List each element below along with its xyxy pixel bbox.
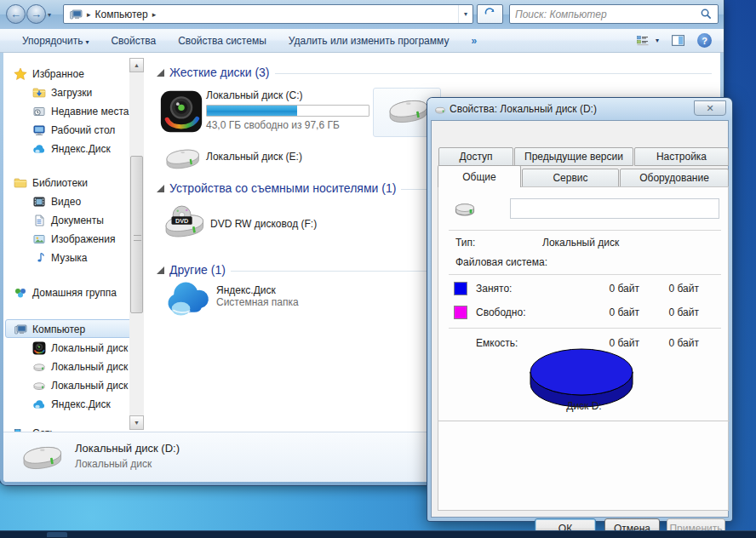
sidebar-item-computer[interactable]: Компьютер [14, 321, 141, 338]
address-bar[interactable]: ▸ Компьютер ▸ ▾ [63, 4, 473, 24]
system-properties-button[interactable]: Свойства системы [178, 35, 266, 47]
disk-c-icon [32, 341, 46, 355]
dialog-title: Свойства: Локальный диск (D:) [450, 103, 597, 115]
breadcrumb-arrow-icon[interactable]: ▸ [148, 10, 161, 19]
recent-pages-dropdown-icon[interactable]: ▾ [48, 11, 51, 19]
breadcrumb-arrow-icon[interactable]: ▸ [83, 10, 95, 19]
drive-c-usage-fill [207, 106, 297, 116]
sidebar-item-libraries[interactable]: Библиотеки [14, 175, 141, 192]
video-icon [32, 195, 46, 209]
sidebar-scrollbar[interactable]: ▲ ▼ [129, 58, 144, 430]
tab-previous-versions[interactable]: Предыдущие версии [514, 147, 633, 166]
yandex-disk-item[interactable]: Яндекс.Диск Системная папка [162, 278, 417, 327]
tab-hardware[interactable]: Оборудование [620, 169, 729, 187]
close-icon: ✕ [706, 103, 713, 114]
properties-button[interactable]: Свойства [111, 35, 156, 47]
separator [438, 421, 730, 421]
taskbar[interactable] [0, 530, 756, 538]
cloud-icon [32, 142, 46, 156]
sidebar-item-favorites[interactable]: Избранное [14, 66, 141, 83]
scroll-up-icon[interactable]: ▲ [129, 58, 144, 72]
drive-c-free-space: 43,0 ГБ свободно из 97,6 ГБ [206, 119, 369, 131]
scroll-down-icon[interactable]: ▼ [129, 415, 144, 430]
scrollbar-grip [134, 235, 141, 241]
capacity-label: Емкость: [476, 337, 518, 349]
help-button[interactable]: ? [697, 33, 712, 48]
yandex-disk-name: Яндекс.Диск [216, 284, 299, 296]
volume-label-input[interactable] [510, 198, 719, 219]
address-dropdown-icon[interactable]: ▾ [458, 5, 472, 23]
separator [449, 274, 721, 275]
used-size: 0 байт [639, 283, 699, 295]
views-button[interactable]: ▾ [636, 34, 659, 48]
disk-icon [32, 360, 46, 374]
collapse-arrow-icon[interactable] [157, 69, 164, 77]
dvd-drive-icon [159, 201, 209, 247]
yandex-disk-sub: Системная папка [216, 296, 299, 308]
search-icon[interactable] [700, 8, 713, 20]
capacity-size: 0 байт [639, 337, 699, 349]
type-value: Локальный диск [542, 237, 619, 249]
filesystem-label: Файловая система: [455, 256, 547, 268]
drive-e-name: Локальный диск (E:) [206, 151, 302, 163]
free-size: 0 байт [639, 306, 699, 318]
scrollbar-thumb[interactable] [130, 156, 143, 313]
dialog-drive-icon [433, 104, 447, 116]
computer-icon [14, 323, 27, 336]
yandex-disk-icon [162, 279, 213, 318]
used-label: Занято: [476, 283, 512, 295]
cloud-icon [32, 398, 46, 411]
pie-chart-label: Диск D: [438, 400, 730, 412]
desktop: ← → ▾ ▸ Компьютер ▸ ▾ Упорядочить▾ Свойс… [0, 0, 756, 538]
drive-c-name: Локальный диск (C:) [206, 89, 369, 101]
back-button[interactable]: ← [6, 4, 26, 24]
refresh-icon [484, 8, 496, 20]
search-input[interactable] [510, 9, 700, 20]
toolbar-overflow-button[interactable]: » [471, 35, 477, 47]
collapse-arrow-icon[interactable] [157, 185, 164, 192]
libraries-folder-icon [14, 176, 27, 190]
separator [449, 328, 721, 329]
general-tab-page: Тип: Локальный диск Файловая система: За… [438, 186, 729, 511]
tab-customize[interactable]: Настройка [634, 147, 729, 166]
taskbar-button[interactable] [47, 532, 67, 537]
dvd-drive-item[interactable]: DVD RW дисковод (F:) [159, 199, 415, 249]
breadcrumb-location[interactable]: Компьютер [95, 9, 148, 20]
properties-dialog: Свойства: Локальный диск (D:) ✕ Доступ П… [427, 98, 732, 521]
sidebar-item-homegroup[interactable]: Домашняя группа [14, 284, 141, 301]
type-label: Тип: [455, 237, 475, 249]
close-button[interactable]: ✕ [694, 100, 726, 116]
forward-icon: → [31, 8, 42, 20]
tab-access[interactable]: Доступ [438, 147, 513, 166]
star-icon [14, 67, 27, 81]
separator [449, 230, 721, 231]
details-subtitle: Локальный диск [75, 458, 152, 470]
refresh-button[interactable] [477, 4, 503, 24]
tab-tools[interactable]: Сервис [522, 169, 619, 187]
computer-icon [69, 8, 83, 21]
uninstall-program-button[interactable]: Удалить или изменить программу [289, 35, 450, 47]
command-toolbar: Упорядочить▾ Свойства Свойства системы У… [0, 29, 724, 53]
document-icon [32, 214, 46, 227]
details-title: Локальный диск (D:) [75, 442, 180, 455]
preview-pane-button[interactable] [671, 33, 685, 48]
forward-button[interactable]: → [26, 4, 46, 24]
used-swatch [454, 282, 467, 295]
drive-c-usage-bar [206, 105, 369, 117]
collapse-arrow-icon[interactable] [157, 266, 164, 274]
chevron-down-icon: ▾ [656, 37, 659, 44]
tab-general[interactable]: Общие [438, 165, 521, 187]
organize-button[interactable]: Упорядочить▾ [22, 35, 89, 47]
group-header-hard-disks[interactable]: Жесткие диски (3) [157, 65, 712, 80]
used-bytes: 0 байт [580, 283, 639, 295]
free-label: Свободно: [476, 306, 526, 318]
dvd-drive-name: DVD RW дисковод (F:) [210, 218, 317, 230]
free-swatch [454, 306, 467, 319]
free-bytes: 0 байт [580, 306, 639, 318]
pictures-icon [32, 232, 46, 246]
details-drive-icon [17, 439, 66, 477]
group-divider [275, 73, 712, 74]
disk-icon [32, 379, 46, 392]
drive-e-item[interactable]: Локальный диск (E:) [159, 140, 415, 178]
navigation-bar: ← → ▾ ▸ Компьютер ▸ ▾ [0, 0, 724, 29]
